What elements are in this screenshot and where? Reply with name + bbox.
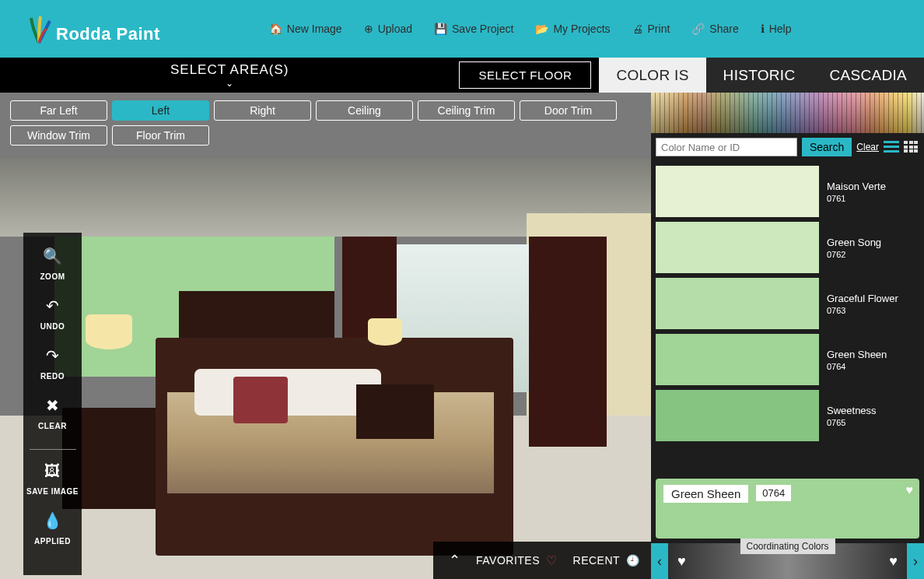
favorite-heart-icon[interactable]: ♥ bbox=[906, 483, 914, 497]
color-name: Sweetness bbox=[827, 405, 877, 416]
coord-next-button[interactable]: › bbox=[907, 543, 924, 579]
menu-upload[interactable]: ⊕Upload bbox=[364, 23, 412, 35]
area-buttons: Far Left Left Right Ceiling Ceiling Trim… bbox=[10, 100, 632, 146]
chevron-up-icon[interactable]: ⌃ bbox=[449, 552, 460, 569]
color-swatch-row[interactable]: Green Sheen0764 bbox=[656, 334, 918, 385]
tool-undo[interactable]: ↶UNDO bbox=[40, 297, 65, 332]
clear-link[interactable]: Clear bbox=[856, 142, 879, 153]
area-far-left[interactable]: Far Left bbox=[10, 100, 107, 121]
coordinating-colors: ‹ ♥ Coordinating Colors ♥ › bbox=[651, 543, 924, 579]
color-swatch-row[interactable]: Graceful Flower0763 bbox=[656, 278, 918, 329]
spectrum-picker[interactable] bbox=[651, 93, 924, 133]
area-ceiling[interactable]: Ceiling bbox=[316, 100, 413, 121]
color-swatch bbox=[656, 278, 819, 329]
main: Far Left Left Right Ceiling Ceiling Trim… bbox=[0, 93, 924, 579]
favorites-toggle[interactable]: FAVORITES ♡ bbox=[476, 553, 558, 568]
secondary-bar: SELECT AREA(S) ⌄ SELECT FLOOR COLOR IS H… bbox=[0, 58, 924, 93]
scene-lamp-right bbox=[362, 318, 408, 388]
clock-icon: 🕘 bbox=[626, 554, 640, 567]
chevron-down-icon: ⌄ bbox=[0, 78, 459, 89]
tab-historic[interactable]: HISTORIC bbox=[706, 58, 813, 93]
area-floor-trim[interactable]: Floor Trim bbox=[112, 125, 209, 146]
color-id: 0763 bbox=[827, 306, 898, 315]
menu-share[interactable]: 🔗Share bbox=[691, 23, 738, 35]
color-swatch-row[interactable]: Sweetness0765 bbox=[656, 390, 918, 441]
color-name: Graceful Flower bbox=[827, 293, 898, 304]
print-icon: 🖨 bbox=[632, 23, 643, 35]
clear-icon: ✖ bbox=[38, 396, 67, 415]
selected-color-name: Green Sheen bbox=[663, 485, 748, 503]
tool-label: ZOOM bbox=[40, 272, 65, 281]
zoom-in-icon: 🔍 bbox=[40, 247, 65, 265]
menu-help[interactable]: ℹHelp bbox=[761, 23, 792, 35]
heart-icon[interactable]: ♥ bbox=[677, 553, 686, 570]
tab-cascadia[interactable]: CASCADIA bbox=[812, 58, 924, 93]
room-preview[interactable] bbox=[0, 159, 651, 579]
area-right[interactable]: Right bbox=[214, 100, 311, 121]
color-id: 0762 bbox=[827, 250, 881, 259]
coord-label: Coordinating Colors bbox=[740, 539, 835, 554]
scene-pillow bbox=[194, 369, 381, 416]
upload-icon: ⊕ bbox=[364, 23, 373, 35]
select-floor-button[interactable]: SELECT FLOOR bbox=[459, 61, 591, 89]
undo-icon: ↶ bbox=[40, 297, 65, 315]
list-view-icon[interactable] bbox=[884, 141, 899, 153]
save-icon: 💾 bbox=[434, 23, 447, 35]
palette-tabs: COLOR IS HISTORIC CASCADIA bbox=[599, 58, 924, 93]
tab-color-is[interactable]: COLOR IS bbox=[599, 58, 705, 93]
menu-label: My Projects bbox=[553, 23, 610, 35]
brand-logo: Rodda Paint bbox=[23, 13, 160, 44]
coord-strip[interactable]: ♥ Coordinating Colors ♥ bbox=[668, 543, 907, 579]
tool-zoom[interactable]: 🔍ZOOM bbox=[40, 247, 65, 282]
color-info: Maison Verte0761 bbox=[827, 181, 886, 203]
scene-curtain-right bbox=[529, 237, 607, 447]
coord-prev-button[interactable]: ‹ bbox=[651, 543, 668, 579]
color-search-input[interactable] bbox=[656, 138, 797, 156]
search-button[interactable]: Search bbox=[802, 138, 852, 156]
tool-separator bbox=[30, 449, 76, 450]
color-swatch-row[interactable]: Maison Verte0761 bbox=[656, 166, 918, 217]
grid-view-icon[interactable] bbox=[904, 141, 919, 153]
recent-toggle[interactable]: RECENT 🕘 bbox=[573, 554, 640, 567]
tool-save-image[interactable]: 🖼SAVE IMAGE bbox=[26, 462, 79, 497]
favorites-label: FAVORITES bbox=[476, 554, 540, 567]
tool-label: SAVE IMAGE bbox=[26, 487, 79, 496]
area-left[interactable]: Left bbox=[112, 100, 209, 121]
color-swatch-row[interactable]: Green Song0762 bbox=[656, 222, 918, 273]
tool-redo[interactable]: ↷REDO bbox=[40, 346, 65, 382]
tool-applied[interactable]: 💧APPLIED bbox=[34, 511, 71, 547]
color-id: 0765 bbox=[827, 418, 877, 427]
menu-label: Help bbox=[769, 23, 792, 35]
tool-label: CLEAR bbox=[38, 422, 67, 430]
tool-label: REDO bbox=[40, 372, 65, 381]
menu-label: New Image bbox=[287, 23, 342, 35]
area-window-trim[interactable]: Window Trim bbox=[10, 125, 107, 146]
search-row: Search Clear bbox=[651, 133, 924, 161]
area-door-trim[interactable]: Door Trim bbox=[520, 100, 617, 121]
select-area-dropdown[interactable]: SELECT AREA(S) ⌄ bbox=[0, 62, 459, 89]
menu-print[interactable]: 🖨Print bbox=[632, 23, 670, 35]
select-area-title: SELECT AREA(S) bbox=[170, 62, 289, 77]
tool-clear[interactable]: ✖CLEAR bbox=[38, 396, 67, 432]
area-ceiling-trim[interactable]: Ceiling Trim bbox=[418, 100, 515, 121]
image-icon: 🖼 bbox=[26, 462, 79, 480]
menu-my-projects[interactable]: 📂My Projects bbox=[535, 23, 610, 35]
menu-label: Print bbox=[648, 23, 670, 35]
menu-new-image[interactable]: 🏠New Image bbox=[269, 23, 342, 35]
selected-swatch[interactable]: Green Sheen 0764 ♥ bbox=[656, 479, 919, 539]
color-swatch bbox=[656, 334, 819, 385]
color-sidebar: Search Clear Maison Verte0761 Green Song… bbox=[651, 93, 924, 579]
info-icon: ℹ bbox=[761, 23, 765, 35]
tool-label: APPLIED bbox=[34, 537, 71, 546]
share-icon: 🔗 bbox=[691, 23, 705, 35]
brand-name: Rodda Paint bbox=[56, 24, 160, 44]
droplet-icon: 💧 bbox=[34, 511, 71, 530]
menu-save-project[interactable]: 💾Save Project bbox=[434, 23, 513, 35]
color-swatch bbox=[656, 390, 819, 441]
menu-label: Share bbox=[709, 23, 738, 35]
color-swatch bbox=[656, 166, 819, 217]
heart-icon[interactable]: ♥ bbox=[889, 553, 898, 570]
color-name: Green Sheen bbox=[827, 349, 887, 360]
heart-icon: ♡ bbox=[546, 553, 558, 568]
color-list[interactable]: Maison Verte0761 Green Song0762 Graceful… bbox=[651, 161, 924, 474]
